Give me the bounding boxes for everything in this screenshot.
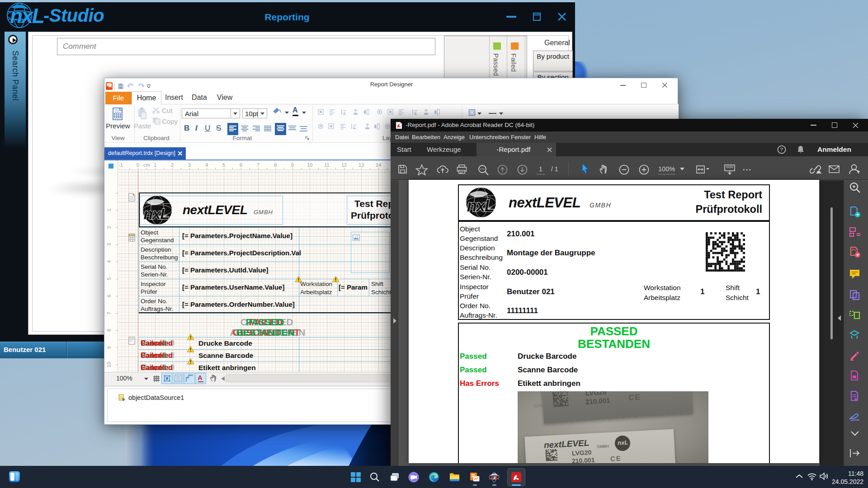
svg-text:GMBH: GMBH [590, 202, 611, 209]
svg-text:?: ? [780, 147, 783, 152]
svg-text:L: L [495, 474, 499, 481]
svg-text:GMBH: GMBH [254, 209, 273, 216]
svg-text:nxL: nxL [467, 197, 494, 215]
svg-text:nxL: nxL [144, 205, 169, 222]
svg-text:nxL: nxL [10, 4, 44, 28]
svg-text:nextLEVEL: nextLEVEL [509, 195, 580, 211]
svg-text:-Studio: -Studio [43, 5, 104, 25]
svg-text:nextLEVEL: nextLEVEL [183, 203, 247, 217]
